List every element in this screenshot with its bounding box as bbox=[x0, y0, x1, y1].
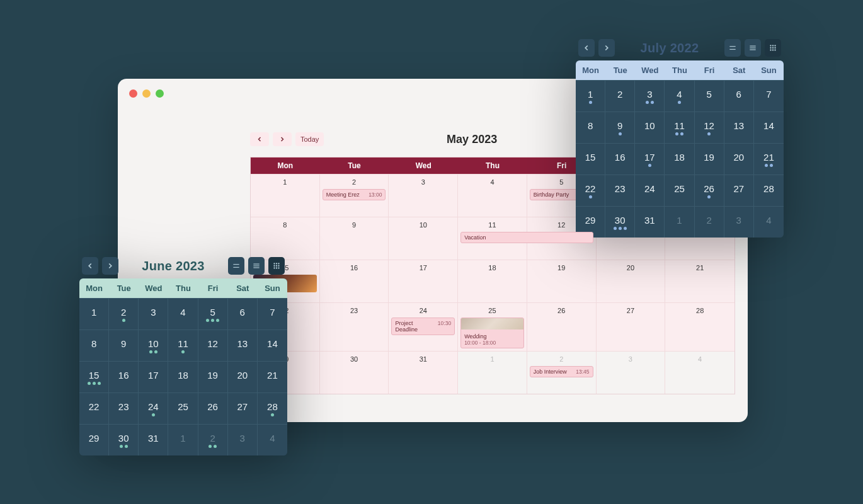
calendar-cell[interactable]: 16 bbox=[320, 260, 389, 302]
mini-cell[interactable]: 12 bbox=[198, 329, 228, 361]
mini-cell[interactable]: 6 bbox=[724, 80, 754, 112]
mini-cell[interactable]: 14 bbox=[258, 329, 287, 361]
mini-cell[interactable]: 19 bbox=[695, 143, 724, 175]
mini-cell[interactable]: 10 bbox=[635, 112, 665, 143]
calendar-cell[interactable]: 25Wedding10:00 - 18:00 bbox=[458, 302, 527, 351]
mini-cell[interactable]: 20 bbox=[724, 143, 754, 175]
calendar-cell[interactable]: 28 bbox=[665, 302, 734, 351]
mini-cell[interactable]: 27 bbox=[724, 175, 754, 206]
calendar-cell[interactable]: 4 bbox=[458, 174, 527, 217]
mini-cell[interactable]: 23 bbox=[605, 175, 635, 206]
mini-cell[interactable]: 4 bbox=[258, 424, 287, 455]
mini-cell[interactable]: 30 bbox=[605, 206, 635, 238]
mini-cell[interactable]: 1 bbox=[168, 424, 198, 455]
mini-cell[interactable]: 6 bbox=[228, 298, 258, 329]
mini-cell[interactable]: 30 bbox=[109, 424, 139, 455]
mini-cell[interactable]: 1 bbox=[665, 206, 694, 238]
calendar-cell[interactable]: 30 bbox=[320, 351, 389, 394]
mini-cell[interactable]: 8 bbox=[79, 329, 109, 361]
mini-cell[interactable]: 28 bbox=[258, 392, 287, 424]
agenda-view-button[interactable] bbox=[745, 39, 761, 57]
event-wedding[interactable]: Wedding10:00 - 18:00 bbox=[460, 318, 524, 348]
mini-cell[interactable]: 18 bbox=[168, 361, 198, 392]
mini-cell[interactable]: 11 bbox=[665, 112, 694, 143]
mini-cell[interactable]: 7 bbox=[754, 80, 784, 112]
mini-cell[interactable]: 31 bbox=[635, 206, 665, 238]
mini-cell[interactable]: 7 bbox=[258, 298, 287, 329]
agenda-view-button[interactable] bbox=[248, 257, 265, 275]
mini-cell[interactable]: 10 bbox=[139, 329, 168, 361]
mini-cell[interactable]: 5 bbox=[695, 80, 724, 112]
mini-cell[interactable]: 1 bbox=[79, 298, 109, 329]
prev-button[interactable] bbox=[578, 39, 595, 57]
mini-cell[interactable]: 17 bbox=[635, 143, 665, 175]
calendar-cell[interactable]: 3 bbox=[597, 351, 666, 394]
mini-cell[interactable]: 19 bbox=[198, 361, 228, 392]
calendar-cell[interactable]: 19 bbox=[527, 260, 597, 302]
event[interactable]: Meeting Erez13:00 bbox=[323, 189, 386, 200]
mini-cell[interactable]: 2 bbox=[605, 80, 635, 112]
mini-cell[interactable]: 3 bbox=[635, 80, 665, 112]
mini-cell[interactable]: 27 bbox=[228, 392, 258, 424]
mini-cell[interactable]: 24 bbox=[139, 392, 168, 424]
mini-cell[interactable]: 16 bbox=[605, 143, 635, 175]
mini-cell[interactable]: 9 bbox=[605, 112, 635, 143]
today-button[interactable]: Today bbox=[295, 132, 324, 146]
event[interactable]: Project Deadline10:30 bbox=[391, 318, 455, 335]
mini-cell[interactable]: 18 bbox=[665, 143, 694, 175]
mini-cell[interactable]: 4 bbox=[168, 298, 198, 329]
mini-cell[interactable]: 22 bbox=[79, 392, 109, 424]
mini-cell[interactable]: 4 bbox=[665, 80, 694, 112]
grid-view-button[interactable] bbox=[765, 39, 781, 57]
mini-cell[interactable]: 13 bbox=[228, 329, 258, 361]
calendar-cell[interactable]: 26 bbox=[527, 302, 597, 351]
mini-cell[interactable]: 26 bbox=[198, 392, 228, 424]
calendar-cell[interactable]: 2Job Interview13:45 bbox=[527, 351, 597, 394]
mini-cell[interactable]: 1 bbox=[576, 80, 605, 112]
mini-cell[interactable]: 3 bbox=[139, 298, 168, 329]
calendar-cell[interactable]: 18 bbox=[458, 260, 527, 302]
calendar-cell[interactable]: 23 bbox=[320, 302, 389, 351]
mini-cell[interactable]: 15 bbox=[79, 361, 109, 392]
list-view-button[interactable] bbox=[724, 39, 741, 57]
calendar-cell[interactable]: 24Project Deadline10:30 bbox=[389, 302, 458, 351]
minimize-dot-icon[interactable] bbox=[142, 89, 151, 98]
mini-cell[interactable]: 15 bbox=[576, 143, 605, 175]
mini-cell[interactable]: 16 bbox=[109, 361, 139, 392]
mini-cell[interactable]: 11 bbox=[168, 329, 198, 361]
calendar-cell[interactable]: 21 bbox=[665, 260, 734, 302]
mini-cell[interactable]: 20 bbox=[228, 361, 258, 392]
event[interactable]: Vacation bbox=[460, 232, 593, 243]
grid-view-button[interactable] bbox=[268, 257, 285, 275]
next-month-button[interactable] bbox=[273, 132, 292, 146]
calendar-cell[interactable]: 3 bbox=[389, 174, 458, 217]
mini-cell[interactable]: 31 bbox=[139, 424, 168, 455]
calendar-cell[interactable]: 10 bbox=[389, 217, 458, 260]
mini-cell[interactable]: 3 bbox=[228, 424, 258, 455]
next-button[interactable] bbox=[102, 257, 118, 275]
mini-cell[interactable]: 13 bbox=[724, 112, 754, 143]
next-button[interactable] bbox=[598, 39, 615, 57]
mini-cell[interactable]: 5 bbox=[198, 298, 228, 329]
close-dot-icon[interactable] bbox=[129, 89, 137, 98]
mini-cell[interactable]: 21 bbox=[258, 361, 287, 392]
mini-cell[interactable]: 2 bbox=[198, 424, 228, 455]
calendar-cell[interactable]: 27 bbox=[597, 302, 666, 351]
mini-cell[interactable]: 4 bbox=[754, 206, 784, 238]
mini-cell[interactable]: 25 bbox=[168, 392, 198, 424]
mini-cell[interactable]: 25 bbox=[665, 175, 694, 206]
mini-cell[interactable]: 3 bbox=[724, 206, 754, 238]
calendar-cell[interactable]: 1 bbox=[458, 351, 527, 394]
mini-cell[interactable]: 17 bbox=[139, 361, 168, 392]
mini-cell[interactable]: 2 bbox=[695, 206, 724, 238]
calendar-cell[interactable]: 2Meeting Erez13:00 bbox=[320, 174, 389, 217]
calendar-cell[interactable]: 17 bbox=[389, 260, 458, 302]
mini-cell[interactable]: 29 bbox=[79, 424, 109, 455]
mini-cell[interactable]: 9 bbox=[109, 329, 139, 361]
prev-button[interactable] bbox=[82, 257, 98, 275]
calendar-cell[interactable]: 1 bbox=[251, 174, 320, 217]
mini-cell[interactable]: 2 bbox=[109, 298, 139, 329]
calendar-cell[interactable]: 11Vacation bbox=[458, 217, 527, 260]
maximize-dot-icon[interactable] bbox=[156, 89, 164, 98]
calendar-cell[interactable]: 9 bbox=[320, 217, 389, 260]
